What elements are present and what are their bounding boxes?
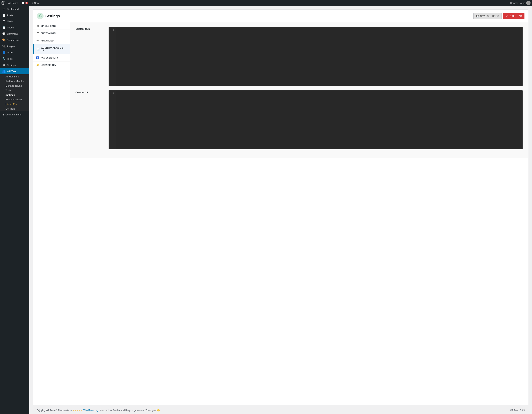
custom-js-section: Custom JS 1 — [76, 90, 523, 149]
footer-left: Enjoying WP Team ? Please rate us ★★★★★ … — [37, 409, 160, 412]
avatar-initials: H — [528, 2, 529, 4]
settings-nav-custom-menu[interactable]: ☰ CUSTOM MENU — [33, 30, 70, 37]
custom-js-label: Custom JS — [76, 90, 105, 149]
settings-nav-license-key[interactable]: 🔑 LICENSE KEY — [33, 62, 70, 69]
custom-js-editor[interactable]: 1 — [109, 91, 522, 149]
sidebar-item-tools[interactable]: 🔧 Tools — [0, 55, 29, 62]
footer-right: WP Team 3.0.5 — [510, 409, 525, 412]
adminbar-site-name[interactable]: WP Team — [6, 0, 20, 6]
sidebar-item-wp-team[interactable]: 👥 WP Team — [0, 68, 29, 74]
save-label: SAVE SETTINGS — [480, 15, 499, 18]
sidebar-label-appearance: Appearance — [7, 39, 20, 41]
appearance-icon: 🎨 — [2, 38, 6, 42]
accessibility-icon: ♿ — [36, 56, 39, 59]
sidebar-label-users: Users — [7, 51, 13, 54]
collapse-icon: ◀ — [2, 113, 4, 116]
svg-text:W: W — [2, 2, 4, 4]
custom-css-content[interactable] — [116, 27, 522, 86]
custom-css-section: Custom CSS 1 — [76, 27, 523, 86]
sidebar-item-dashboard[interactable]: ⊞ Dashboard — [0, 6, 29, 12]
custom-css-editor[interactable]: 1 — [109, 27, 522, 86]
submenu-item-settings[interactable]: Settings — [0, 93, 29, 97]
custom-js-content[interactable] — [116, 91, 522, 149]
settings-nav: ▤ SINGLE PAGE ☰ CUSTOM MENU ✏ ADVANCED 📄… — [33, 22, 70, 158]
sidebar-item-users[interactable]: 👤 Users — [0, 49, 29, 55]
line-number-1: 1 — [111, 28, 114, 31]
settings-icon: ⚙ — [2, 63, 6, 67]
comments-icon: 💬 — [2, 32, 6, 36]
submenu-item-lite-vs-pro[interactable]: Lite vs Pro — [0, 102, 29, 106]
howdy-text: Howdy, Hares — [510, 2, 525, 4]
footer-rate-text: ? Please rate us — [56, 409, 73, 412]
footer-wordpress-link[interactable]: WordPress.org — [83, 409, 98, 412]
footer-feedback-text: . Your positive feedback will help us gr… — [99, 409, 160, 412]
pages-icon: 📋 — [2, 26, 6, 29]
custom-menu-icon: ☰ — [36, 32, 39, 35]
custom-menu-label: CUSTOM MENU — [41, 32, 58, 35]
sidebar-item-appearance[interactable]: 🎨 Appearance — [0, 37, 29, 43]
license-key-icon: 🔑 — [36, 64, 39, 66]
settings-body: ▤ SINGLE PAGE ☰ CUSTOM MENU ✏ ADVANCED 📄… — [33, 22, 528, 158]
single-page-label: SINGLE PAGE — [41, 25, 57, 27]
posts-icon: 📄 — [2, 14, 6, 17]
save-settings-button[interactable]: 💾 SAVE SETTINGS — [473, 13, 502, 19]
custom-js-gutter: 1 — [109, 91, 116, 149]
svg-point-4 — [41, 16, 42, 17]
sidebar-item-media[interactable]: 🖼 Media — [0, 18, 29, 24]
svg-point-3 — [39, 16, 40, 17]
sidebar-item-pages[interactable]: 📋 Pages — [0, 24, 29, 31]
reset-label: RESET TAB — [509, 15, 522, 18]
advanced-icon: ✏ — [36, 39, 39, 42]
plugins-icon: 🔌 — [2, 45, 6, 48]
submenu-item-recommended[interactable]: Recommended — [0, 97, 29, 102]
custom-css-gutter: 1 — [109, 27, 116, 86]
sidebar-label-media: Media — [7, 20, 13, 23]
sidebar-item-settings[interactable]: ⚙ Settings — [0, 62, 29, 68]
tools-icon: 🔧 — [2, 57, 6, 60]
sidebar-label-wp-team: WP Team — [7, 70, 17, 73]
admin-bar: W WP Team 💬 0 + New Howdy, Hares H — [0, 0, 532, 6]
sidebar-label-settings: Settings — [7, 64, 16, 66]
footer-plugin-name: WP Team — [46, 409, 56, 412]
dashboard-icon: ⊞ — [2, 7, 6, 11]
settings-title-area: Settings — [37, 13, 60, 19]
settings-page: Settings 💾 SAVE SETTINGS ↺ RESET TAB — [33, 9, 528, 405]
submenu-item-add-new-member[interactable]: Add New Member — [0, 79, 29, 83]
collapse-label: Collapse menu — [6, 113, 21, 116]
settings-nav-single-page[interactable]: ▤ SINGLE PAGE — [33, 22, 70, 30]
plus-icon: + — [32, 2, 33, 4]
header-buttons: 💾 SAVE SETTINGS ↺ RESET TAB — [473, 13, 524, 19]
submenu-item-tools[interactable]: Tools — [0, 88, 29, 93]
submenu-item-all-members[interactable]: All Members — [0, 74, 29, 79]
admin-sidebar: ⊞ Dashboard 📄 Posts 🖼 Media 📋 Pages 💬 Co… — [0, 6, 29, 414]
sidebar-label-comments: Comments — [7, 32, 19, 35]
reset-tab-button[interactable]: ↺ RESET TAB — [503, 13, 524, 19]
settings-header: Settings 💾 SAVE SETTINGS ↺ RESET TAB — [33, 10, 528, 22]
settings-nav-accessibility[interactable]: ♿ ACCESSIBILITY — [33, 54, 70, 62]
custom-js-editor-container: 1 — [109, 90, 523, 149]
media-icon: 🖼 — [2, 20, 6, 23]
wp-footer: Enjoying WP Team ? Please rate us ★★★★★ … — [33, 407, 528, 414]
sidebar-item-posts[interactable]: 📄 Posts — [0, 12, 29, 18]
settings-main-content: Custom CSS 1 Custom JS — [70, 22, 528, 158]
sidebar-item-comments[interactable]: 💬 Comments — [0, 31, 29, 37]
collapse-menu-button[interactable]: ◀ Collapse menu — [0, 112, 29, 118]
sidebar-label-dashboard: Dashboard — [7, 8, 19, 10]
submenu-item-manage-teams[interactable]: Manage Teams — [0, 83, 29, 88]
wp-team-submenu: All Members Add New Member Manage Teams … — [0, 74, 29, 111]
sidebar-item-plugins[interactable]: 🔌 Plugins — [0, 43, 29, 49]
wp-logo-icon[interactable]: W — [1, 1, 5, 5]
comment-count: 0 — [25, 2, 28, 4]
settings-nav-advanced[interactable]: ✏ ADVANCED — [33, 37, 70, 44]
settings-nav-additional-css-js[interactable]: 📄 ADDITIONAL CSS & JS — [33, 44, 70, 54]
users-icon: 👤 — [2, 51, 6, 54]
adminbar-howdy[interactable]: Howdy, Hares H — [510, 1, 531, 5]
additional-css-js-icon: 📄 — [37, 48, 40, 51]
footer-version: WP Team 3.0.5 — [510, 409, 525, 412]
submenu-item-get-help[interactable]: Get Help — [0, 106, 29, 111]
adminbar-comments[interactable]: 💬 0 — [20, 0, 30, 6]
adminbar-new[interactable]: + New — [30, 0, 41, 6]
footer-enjoying-text: Enjoying — [37, 409, 46, 412]
wp-team-icon: 👥 — [2, 70, 6, 73]
sidebar-label-plugins: Plugins — [7, 45, 15, 48]
